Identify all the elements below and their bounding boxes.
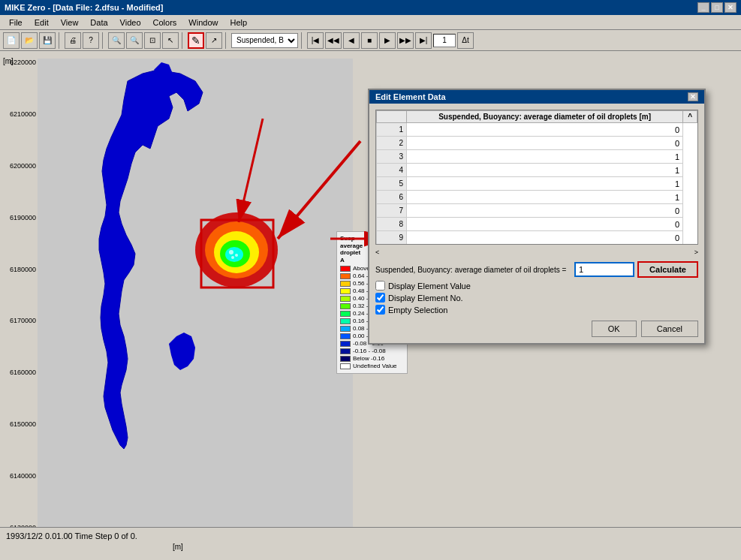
ffwd-btn[interactable]: ▶▶ [397, 32, 414, 49]
table-header-id [377, 111, 407, 123]
menu-view[interactable]: View [55, 17, 85, 29]
row-value[interactable]: 0 [407, 231, 683, 245]
row-value[interactable]: 0 [407, 123, 683, 137]
zoom-fit-btn[interactable]: ⊡ [144, 32, 161, 49]
menu-data[interactable]: Data [84, 17, 113, 29]
select-btn[interactable]: ↖ [162, 32, 179, 49]
row-id: 4 [377, 164, 407, 177]
row-value[interactable]: 1 [407, 150, 683, 164]
y-axis: 6220000 6210000 6200000 6190000 6180000 … [3, 59, 36, 531]
svg-point-9 [229, 250, 233, 254]
dialog-title-bar: Edit Element Data ✕ [369, 90, 704, 104]
display-value-label: Display Element Value [388, 282, 471, 291]
app-title: MIKE Zero - [Data File: 2.dfsu - Modifie… [5, 3, 163, 12]
first-btn[interactable]: |◀ [307, 32, 324, 49]
menu-window[interactable]: Window [182, 17, 224, 29]
table-row[interactable]: 31 [377, 150, 697, 164]
close-btn[interactable]: ✕ [724, 2, 736, 13]
svg-point-8 [225, 247, 243, 262]
main-area: 6220000 6210000 6200000 6190000 6180000 … [0, 51, 741, 543]
legend-item-12: Below -0.16 [340, 355, 404, 362]
step-input[interactable] [433, 34, 456, 47]
fwd-btn[interactable]: ▶ [379, 32, 396, 49]
ok-button[interactable]: OK [592, 321, 637, 337]
minimize-btn[interactable]: _ [697, 2, 709, 13]
y-label-8: 6140000 [3, 472, 36, 480]
table-row[interactable]: 80 [377, 218, 697, 231]
row-value[interactable]: 0 [407, 218, 683, 231]
open-btn[interactable]: 📂 [21, 32, 38, 49]
display-no-row: Display Element No. [375, 293, 698, 303]
data-table-wrapper[interactable]: Suspended, Buoyancy: average diameter of… [375, 110, 698, 245]
y-label-5: 6170000 [3, 317, 36, 324]
table-row[interactable]: 90 [377, 231, 697, 245]
menu-video[interactable]: Video [114, 17, 147, 29]
menu-help[interactable]: Help [224, 17, 253, 29]
row-value[interactable]: 0 [407, 204, 683, 218]
menu-colors[interactable]: Colors [147, 17, 183, 29]
table-row[interactable]: 20 [377, 137, 697, 150]
formula-area: Suspended, Buoyancy: average diameter of… [375, 261, 698, 278]
dialog-title-text: Edit Element Data [375, 92, 446, 101]
table-row[interactable]: 61 [377, 191, 697, 204]
dialog-body: Suspended, Buoyancy: average diameter of… [369, 104, 704, 343]
prev-btn[interactable]: ◀◀ [325, 32, 342, 49]
empty-selection-checkbox[interactable] [375, 305, 385, 315]
row-id: 7 [377, 204, 407, 218]
legend-color-4 [340, 296, 351, 302]
display-value-row: Display Element Value [375, 281, 698, 291]
legend-label-undef: Undefined Value [353, 363, 397, 369]
play-btn[interactable]: ■ [361, 32, 378, 49]
menu-edit[interactable]: Edit [29, 17, 55, 29]
menu-file[interactable]: File [3, 17, 29, 29]
row-id: 10 [377, 245, 407, 245]
new-btn[interactable]: 📄 [3, 32, 20, 49]
print-btn[interactable]: 🖨 [65, 32, 81, 49]
legend-color-8 [340, 326, 351, 332]
formula-label: Suspended, Buoyancy: average diameter of… [375, 266, 571, 274]
table-row[interactable]: 10 [377, 123, 697, 137]
y-unit-label: [m] [3, 57, 14, 65]
x-unit-label: [m] [173, 543, 183, 551]
last-btn[interactable]: ▶| [415, 32, 432, 49]
back-btn[interactable]: ◀ [343, 32, 360, 49]
legend-color-11 [340, 348, 351, 354]
zoom-in-btn[interactable]: 🔍 [108, 32, 125, 49]
delta-btn[interactable]: Δt [457, 32, 474, 49]
row-value[interactable]: 0 [407, 245, 683, 245]
save-btn[interactable]: 💾 [39, 32, 56, 49]
formula-value-input[interactable] [574, 262, 634, 277]
map-canvas[interactable] [38, 59, 353, 531]
legend-item-undef: Undefined Value [340, 363, 404, 369]
calculate-button[interactable]: Calculate [637, 261, 698, 278]
row-value[interactable]: 1 [407, 164, 683, 177]
row-id: 1 [377, 123, 407, 137]
dialog-close-btn[interactable]: ✕ [688, 92, 698, 101]
scroll-hint: < > [375, 248, 698, 257]
table-header-value: Suspended, Buoyancy: average diameter of… [407, 111, 683, 123]
scroll-left: < [375, 248, 379, 256]
cancel-button[interactable]: Cancel [641, 321, 698, 337]
legend-color-undef [340, 363, 351, 369]
y-label-2: 6200000 [3, 162, 36, 170]
display-no-checkbox[interactable] [375, 293, 385, 303]
maximize-btn[interactable]: □ [711, 2, 723, 13]
display-value-checkbox[interactable] [375, 281, 385, 291]
row-value[interactable]: 0 [407, 137, 683, 150]
variable-dropdown[interactable]: Suspended, B [231, 33, 298, 48]
row-id: 8 [377, 218, 407, 231]
edit-element-btn[interactable]: ✎ [188, 32, 204, 49]
row-value[interactable]: 1 [407, 191, 683, 204]
title-controls: _ □ ✕ [697, 2, 736, 13]
table-row[interactable]: 70 [377, 204, 697, 218]
legend-color-10 [340, 341, 351, 347]
table-row[interactable]: 51 [377, 177, 697, 191]
zoom-out-btn[interactable]: 🔍 [126, 32, 143, 49]
table-row[interactable]: 100 [377, 245, 697, 245]
legend-item-11: -0.16 - -0.08 [340, 348, 404, 354]
table-row[interactable]: 41 [377, 164, 697, 177]
row-value[interactable]: 1 [407, 177, 683, 191]
help-btn[interactable]: ? [83, 32, 99, 49]
row-id: 9 [377, 231, 407, 245]
pointer-btn[interactable]: ↗ [206, 32, 222, 49]
